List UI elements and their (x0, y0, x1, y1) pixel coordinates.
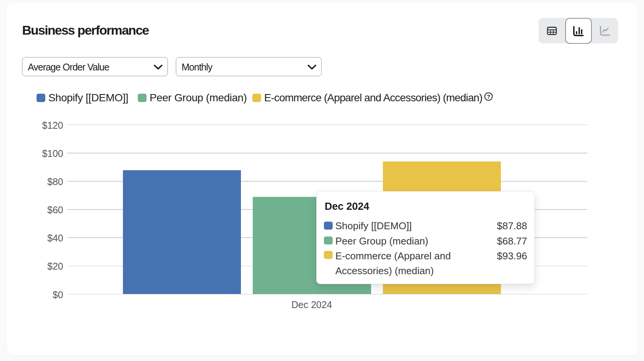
svg-text:?: ? (487, 93, 490, 100)
